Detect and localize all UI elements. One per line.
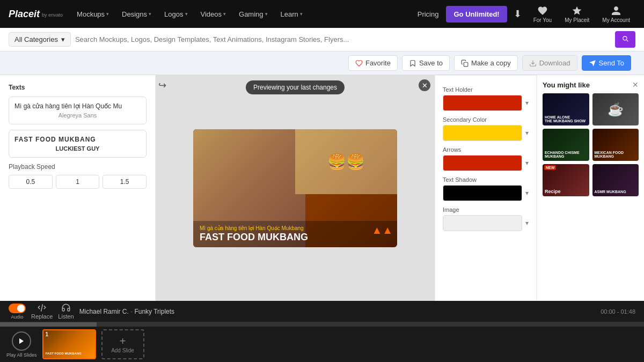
- arrows-color-swatch[interactable]: [443, 155, 522, 171]
- audio-toggle[interactable]: [9, 304, 26, 313]
- nav-mockups[interactable]: Mockups ▾: [71, 7, 114, 21]
- replace-button[interactable]: Replace: [31, 303, 53, 320]
- text-input-2[interactable]: FAST FOOD MUKBANG LUCKIEST GUY: [9, 130, 147, 158]
- search-input[interactable]: [75, 35, 615, 43]
- pricing-link[interactable]: Pricing: [412, 7, 444, 21]
- playback-label: Playback Speed: [9, 163, 147, 171]
- play-icon: [18, 337, 25, 345]
- image-swatch[interactable]: [443, 215, 522, 231]
- listen-button[interactable]: Listen: [58, 303, 74, 320]
- copy-icon: [461, 60, 469, 67]
- download-icon: [529, 60, 537, 67]
- account-icon: [611, 5, 621, 16]
- recommendation-3[interactable]: ECHANDO CHISMEMUKBANG: [543, 129, 589, 161]
- text-input-1[interactable]: Mì gà cửa hàng tiên lợi Hàn Quốc Mu Aleg…: [9, 97, 147, 124]
- nav-logos[interactable]: Logos ▾: [159, 7, 193, 21]
- recommendation-2[interactable]: ☕: [592, 93, 639, 125]
- download-button[interactable]: Download: [522, 55, 577, 71]
- play-all-slides-button[interactable]: Play All Slides: [6, 331, 37, 358]
- recommendation-4[interactable]: MEXICAN FOODMUKBANG: [592, 129, 639, 161]
- text-holder-arrow[interactable]: ▾: [525, 99, 529, 107]
- nav-learn[interactable]: Learn ▾: [275, 7, 308, 21]
- star-icon: [572, 5, 582, 16]
- text-holder-swatch[interactable]: [443, 95, 522, 111]
- add-slide-button[interactable]: + Add Slide: [101, 329, 144, 359]
- action-bar: Favorite Save to Make a copy Download Se…: [0, 51, 644, 75]
- speed-1.5-button[interactable]: 1.5: [103, 175, 147, 189]
- text-shadow-color-row: ▾: [443, 185, 529, 201]
- nav-videos[interactable]: Videos ▾: [195, 7, 232, 21]
- chevron-down-icon: ▾: [223, 11, 226, 17]
- recommendation-6[interactable]: ASMR MUKBANG: [592, 164, 639, 196]
- chevron-down-icon: ▾: [265, 11, 268, 17]
- arrows-color-arrow[interactable]: ▾: [525, 159, 529, 167]
- top-navigation: Placeit by envato Mockups ▾ Designs ▾ Lo…: [0, 0, 644, 28]
- thumb-label-3: ECHANDO CHISMEMUKBANG: [545, 151, 587, 159]
- text-shadow-label: Text Shadow: [443, 176, 529, 183]
- slide-background: FAST FOOD MUKBANG: [43, 330, 95, 358]
- send-icon: [589, 60, 596, 67]
- logo-sub: by envato: [42, 12, 63, 18]
- close-preview-button[interactable]: ✕: [419, 79, 430, 91]
- logo-text: Placeit: [9, 9, 40, 20]
- recommendation-5[interactable]: NEW Recipe: [543, 164, 589, 196]
- for-you-label: For You: [533, 17, 552, 23]
- svg-rect-0: [464, 62, 468, 67]
- plus-icon: +: [120, 335, 126, 348]
- play-all-label: Play All Slides: [6, 352, 37, 358]
- redo-button[interactable]: ↪: [158, 79, 166, 91]
- search-button[interactable]: [615, 31, 635, 48]
- recommendation-1[interactable]: HOME ALONETHE MUKBANG SHOW: [543, 93, 589, 125]
- heart-icon: [355, 60, 363, 67]
- save-to-button[interactable]: Save to: [402, 55, 450, 71]
- download-icon[interactable]: ⬇: [509, 6, 526, 22]
- thumb-label-5: Recipe: [545, 189, 561, 194]
- my-placeit-nav[interactable]: My Placeit: [559, 3, 595, 25]
- slide-number: 1: [46, 331, 49, 337]
- image-arrow[interactable]: ▾: [525, 219, 529, 227]
- heart-icon: [537, 5, 548, 16]
- text-value-2: FAST FOOD MUKBANG: [14, 136, 141, 143]
- play-circle: [12, 331, 31, 351]
- color-controls-panel: Text Holder ▾ Secondary Color ▾ Arrows ▾…: [435, 75, 537, 301]
- preview-container: Previewing your last changes ✕ 🍔🍔 Mì gà …: [156, 75, 435, 301]
- my-account-nav[interactable]: My Account: [597, 3, 635, 25]
- thumbnail-grid: HOME ALONETHE MUKBANG SHOW ☕ ECHANDO CHI…: [543, 93, 639, 196]
- add-slide-label: Add Slide: [111, 348, 134, 353]
- timeline-bar[interactable]: [0, 322, 644, 327]
- search-bar: All Categories ▾: [0, 28, 644, 51]
- my-placeit-label: My Placeit: [565, 17, 589, 23]
- text-font-1: Alegreya Sans: [14, 112, 141, 119]
- secondary-color-label: Secondary Color: [443, 116, 529, 123]
- video-text-overlay: Mì gà cửa hàng tiên lợi Hàn Quốc Mukbang…: [193, 221, 397, 247]
- logo[interactable]: Placeit by envato: [9, 9, 63, 20]
- speed-1-button[interactable]: 1: [56, 175, 100, 189]
- category-select[interactable]: All Categories ▾: [9, 32, 71, 47]
- undo-redo-controls: ↩ ↪: [156, 79, 166, 91]
- slide-title: FAST FOOD MUKBANG: [46, 352, 93, 355]
- nav-gaming[interactable]: Gaming ▾: [233, 7, 273, 21]
- arrows-color-row: ▾: [443, 155, 529, 171]
- text-shadow-arrow[interactable]: ▾: [525, 189, 529, 197]
- secondary-color-arrow[interactable]: ▾: [525, 129, 529, 137]
- audio-toggle-group: Audio: [9, 304, 26, 320]
- nav-designs[interactable]: Designs ▾: [116, 7, 157, 21]
- audio-info: Michael Ramir C. - Funky Triplets: [79, 308, 595, 315]
- slide-thumbnail-1[interactable]: FAST FOOD MUKBANG 1: [42, 329, 96, 359]
- send-to-button[interactable]: Send To: [582, 55, 631, 71]
- audio-time: 00:00 - 01:48: [601, 308, 635, 315]
- video-background: 🍔🍔 Mì gà cửa hàng tiên lợi Hàn Quốc Mukb…: [193, 129, 397, 247]
- chevron-down-icon: ▾: [185, 11, 188, 17]
- arrows-label: Arrows: [443, 146, 529, 153]
- go-unlimited-button[interactable]: Go Unlimited!: [446, 6, 507, 23]
- headphones-icon: [61, 303, 71, 313]
- chevron-down-icon: ▾: [61, 35, 65, 43]
- favorite-button[interactable]: Favorite: [348, 55, 398, 71]
- for-you-nav[interactable]: For You: [528, 3, 557, 25]
- text-shadow-swatch[interactable]: [443, 185, 522, 201]
- make-copy-button[interactable]: Make a copy: [454, 55, 518, 71]
- secondary-color-swatch[interactable]: [443, 125, 522, 141]
- speed-0.5-button[interactable]: 0.5: [9, 175, 53, 189]
- close-recommendations-button[interactable]: ✕: [632, 80, 639, 89]
- audio-bar: Audio Replace Listen Michael Ramir C. - …: [0, 301, 644, 322]
